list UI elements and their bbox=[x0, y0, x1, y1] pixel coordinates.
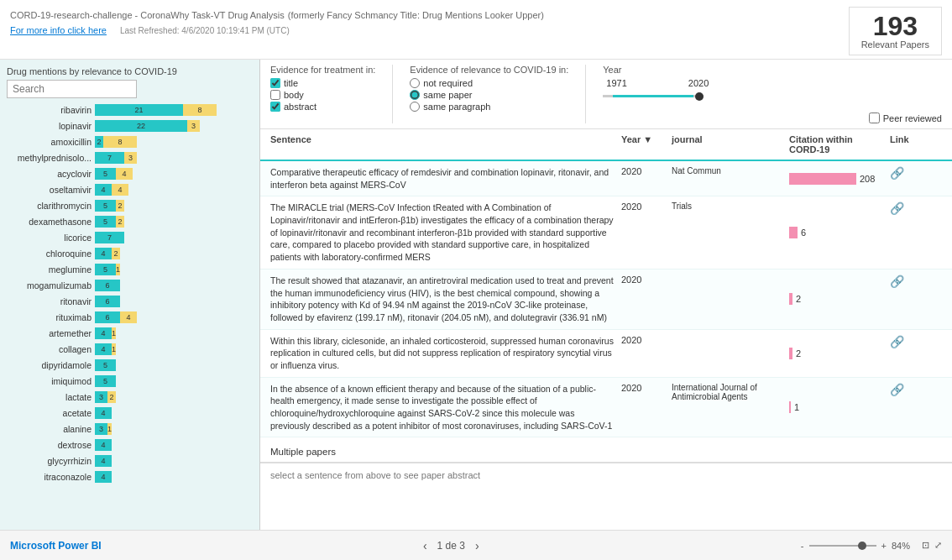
yellow-bar: 4 bbox=[120, 311, 137, 323]
drug-label: ritonavir bbox=[7, 296, 95, 306]
list-item[interactable]: glycyrrhizin4 bbox=[7, 454, 253, 468]
list-item[interactable]: dipyridamole5 bbox=[7, 359, 253, 372]
link-cell[interactable]: 🔗 bbox=[887, 381, 928, 434]
link-cell[interactable]: 🔗 bbox=[887, 165, 928, 192]
search-input[interactable] bbox=[7, 80, 137, 98]
teal-bar: 4 bbox=[95, 455, 112, 467]
zoom-plus[interactable]: + bbox=[881, 541, 887, 551]
bar-group: 31 bbox=[95, 423, 253, 435]
zoom-controls: - + 84% ⊡ ⤢ bbox=[801, 540, 942, 551]
abstract-area: select a sentence from above to see pape… bbox=[260, 463, 952, 530]
title-checkbox[interactable] bbox=[270, 78, 280, 88]
radio-same-paragraph[interactable]: same paragraph bbox=[410, 102, 568, 112]
list-item[interactable]: oseltamivir44 bbox=[7, 183, 253, 196]
citation-bar bbox=[789, 293, 792, 305]
external-link-icon[interactable]: 🔗 bbox=[890, 383, 904, 396]
list-item[interactable]: dexamethasone52 bbox=[7, 215, 253, 228]
list-item[interactable]: dextrose4 bbox=[7, 438, 253, 452]
teal-bar: 5 bbox=[95, 200, 116, 212]
list-item[interactable]: mogamulizumab6 bbox=[7, 279, 253, 292]
body-checkbox[interactable] bbox=[270, 90, 280, 100]
bar-group: 64 bbox=[95, 311, 253, 323]
page-title: CORD-19-research-challenge - CoronaWhy T… bbox=[10, 7, 849, 22]
external-link-icon[interactable]: 🔗 bbox=[890, 335, 904, 348]
drug-label: acetate bbox=[7, 408, 95, 418]
checkbox-title[interactable]: title bbox=[270, 78, 375, 88]
journal-cell: Trials bbox=[668, 200, 786, 264]
list-item[interactable]: ribavirin218 bbox=[7, 103, 253, 117]
table-row[interactable]: The result showed that atazanavir, an an… bbox=[260, 270, 952, 330]
list-item[interactable]: ritonavir6 bbox=[7, 295, 253, 308]
yellow-bar: 1 bbox=[112, 343, 116, 355]
yellow-bar: 4 bbox=[116, 168, 133, 180]
list-item[interactable]: collagen41 bbox=[7, 343, 253, 356]
table-body: Comparative therapeutic efficacy of remd… bbox=[260, 161, 952, 442]
bar-group: 5 bbox=[95, 359, 253, 371]
teal-bar: 2 bbox=[95, 136, 103, 148]
list-item[interactable]: rituximab64 bbox=[7, 311, 253, 324]
citation-cell: 208 bbox=[786, 165, 887, 192]
list-item[interactable]: itraconazole4 bbox=[7, 470, 253, 484]
col-sentence: Sentence bbox=[267, 133, 618, 156]
year-cell: 2020 bbox=[618, 333, 668, 374]
yellow-bar: 1 bbox=[107, 423, 112, 435]
table-row[interactable]: The MIRACLE trial (MERS-CoV Infection tR… bbox=[260, 196, 952, 269]
zoom-slider[interactable] bbox=[809, 545, 876, 547]
drug-label: meglumine bbox=[7, 264, 95, 275]
drug-label: methylprednisolo... bbox=[7, 153, 95, 163]
teal-bar: 4 bbox=[95, 327, 112, 339]
zoom-minus[interactable]: - bbox=[801, 541, 804, 551]
sentence-cell: The result showed that atazanavir, an an… bbox=[267, 273, 618, 326]
prev-page-button[interactable]: ‹ bbox=[420, 537, 431, 554]
link-cell[interactable]: 🔗 bbox=[887, 200, 928, 264]
external-link-icon[interactable]: 🔗 bbox=[890, 201, 904, 215]
yellow-bar: 2 bbox=[116, 216, 124, 228]
yellow-bar: 2 bbox=[107, 391, 116, 403]
table-row[interactable]: Comparative therapeutic efficacy of remd… bbox=[260, 161, 952, 196]
list-item[interactable]: acyclovir54 bbox=[7, 167, 253, 181]
year-range-slider[interactable] bbox=[603, 95, 704, 97]
col-scroll bbox=[928, 133, 945, 156]
external-link-icon[interactable]: 🔗 bbox=[890, 166, 904, 180]
list-item[interactable]: clarithromycin52 bbox=[7, 199, 253, 212]
list-item[interactable]: amoxicillin28 bbox=[7, 135, 253, 149]
expand-icon[interactable]: ⤢ bbox=[934, 540, 942, 551]
citation-bar bbox=[789, 227, 798, 238]
checkbox-body[interactable]: body bbox=[270, 90, 375, 100]
list-item[interactable]: alanine31 bbox=[7, 422, 253, 436]
bar-group: 42 bbox=[95, 248, 253, 259]
abstract-checkbox[interactable] bbox=[270, 102, 280, 112]
table-row[interactable]: In the absence of a known efficient ther… bbox=[260, 378, 952, 438]
sentence-cell: Comparative therapeutic efficacy of remd… bbox=[267, 165, 618, 192]
fit-screen-icon[interactable]: ⊡ bbox=[922, 540, 929, 551]
link-cell[interactable]: 🔗 bbox=[887, 333, 928, 374]
powerbi-brand-link[interactable]: Microsoft Power BI bbox=[10, 540, 102, 552]
peer-reviewed-checkbox[interactable] bbox=[869, 113, 880, 123]
list-item[interactable]: imiquimod5 bbox=[7, 374, 253, 388]
table-row[interactable]: Within this library, ciclesonide, an inh… bbox=[260, 330, 952, 378]
list-item[interactable]: meglumine51 bbox=[7, 263, 253, 276]
next-page-button[interactable]: › bbox=[472, 537, 483, 554]
list-item[interactable]: artemether41 bbox=[7, 327, 253, 340]
list-item[interactable]: licorice7 bbox=[7, 231, 253, 244]
citation-cell: 1 bbox=[786, 381, 887, 434]
yellow-bar: 2 bbox=[112, 248, 120, 259]
drug-label: artemether bbox=[7, 328, 95, 338]
radio-not-required[interactable]: not required bbox=[410, 78, 568, 88]
radio-same-paper[interactable]: same paper bbox=[410, 90, 568, 100]
journal-cell: International Journal of Antimicrobial A… bbox=[668, 381, 786, 434]
right-panel: Evidence for treatment in: title body ab… bbox=[260, 60, 952, 530]
teal-bar: 3 bbox=[95, 391, 107, 403]
drug-label: amoxicillin bbox=[7, 137, 95, 147]
list-item[interactable]: chloroquine42 bbox=[7, 247, 253, 260]
drug-label: licorice bbox=[7, 233, 95, 243]
checkbox-abstract[interactable]: abstract bbox=[270, 102, 375, 112]
list-item[interactable]: acetate4 bbox=[7, 406, 253, 420]
external-link-icon[interactable]: 🔗 bbox=[890, 275, 904, 288]
more-info-link[interactable]: For more info click here bbox=[10, 25, 107, 35]
peer-reviewed-filter[interactable]: Peer reviewed bbox=[869, 113, 942, 123]
list-item[interactable]: methylprednisolo...73 bbox=[7, 151, 253, 165]
link-cell[interactable]: 🔗 bbox=[887, 273, 928, 326]
list-item[interactable]: lopinavir223 bbox=[7, 119, 253, 133]
list-item[interactable]: lactate32 bbox=[7, 390, 253, 404]
